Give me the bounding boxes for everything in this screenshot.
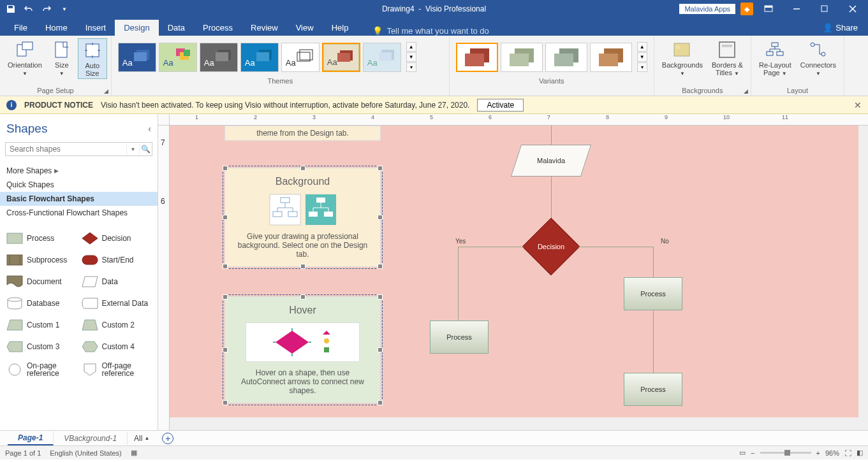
tab-design[interactable]: Design <box>115 20 158 36</box>
undo-icon[interactable] <box>22 2 36 16</box>
shape-custom4[interactable]: Custom 4 <box>80 338 153 355</box>
flow-connector[interactable] <box>458 247 524 247</box>
shape-external-data[interactable]: External Data <box>80 295 153 312</box>
zoom-out-icon[interactable]: − <box>751 449 754 457</box>
gallery-more-icon[interactable]: ▾ <box>637 62 647 72</box>
variant-swatch[interactable] <box>590 43 632 72</box>
fit-page-icon[interactable]: ⛶ <box>844 449 851 457</box>
gallery-down-icon[interactable]: ▼ <box>406 52 416 62</box>
drawing-page[interactable]: theme from the Design tab. Background Gi… <box>170 126 858 417</box>
tab-help[interactable]: Help <box>323 20 358 36</box>
theme-swatch[interactable]: Aa <box>240 43 279 72</box>
zoom-slider[interactable] <box>760 452 811 454</box>
shape-document[interactable]: Document <box>5 273 78 290</box>
shape-custom3[interactable]: Custom 3 <box>5 338 78 355</box>
borders-titles-button[interactable]: Borders & Titles ▼ <box>708 38 747 78</box>
backgrounds-button[interactable]: Backgrounds▼ <box>658 38 707 78</box>
flow-node-data[interactable]: Malavida <box>516 145 586 177</box>
theme-swatch[interactable]: Aa <box>281 43 320 72</box>
redo-icon[interactable] <box>40 2 54 16</box>
more-shapes[interactable]: More Shapes ▶ <box>0 164 158 178</box>
shape-startend[interactable]: Start/End <box>80 252 153 268</box>
connectors-button[interactable]: Connectors▼ <box>797 38 840 78</box>
close-icon[interactable] <box>840 0 865 18</box>
shape-subprocess[interactable]: Subprocess <box>5 252 78 268</box>
search-dropdown-icon[interactable]: ▼ <box>126 143 139 155</box>
relayout-button[interactable]: Re-Layout Page ▼ <box>755 38 795 78</box>
shape-onpage-ref[interactable]: On-page reference <box>5 360 78 379</box>
share-button[interactable]: 👤Share <box>813 20 868 36</box>
tab-home[interactable]: Home <box>36 20 77 36</box>
flow-connector[interactable] <box>458 247 459 321</box>
page-tab-vbackground[interactable]: VBackground-1 <box>54 432 128 445</box>
shape-data[interactable]: Data <box>80 273 153 290</box>
shape-decision[interactable]: Decision <box>80 230 153 247</box>
flow-node-process[interactable]: Process <box>624 277 682 310</box>
minimize-icon[interactable] <box>784 0 809 18</box>
canvas-viewport[interactable]: theme from the Design tab. Background Gi… <box>170 126 868 430</box>
close-notice-icon[interactable]: ✕ <box>854 100 862 110</box>
add-page-button[interactable]: + <box>162 433 173 444</box>
gallery-up-icon[interactable]: ▲ <box>637 42 647 52</box>
size-button[interactable]: Size▼ <box>47 38 77 78</box>
switch-windows-icon[interactable]: ◧ <box>857 449 863 457</box>
flow-connector[interactable] <box>578 247 654 247</box>
shape-custom1[interactable]: Custom 1 <box>5 317 78 333</box>
help-card-theme[interactable]: theme from the Design tab. <box>224 126 381 141</box>
shape-custom2[interactable]: Custom 2 <box>80 317 153 333</box>
user-name[interactable]: Malavida Apps <box>679 4 735 14</box>
gallery-down-icon[interactable]: ▼ <box>637 52 647 62</box>
quick-shapes[interactable]: Quick Shapes <box>0 178 158 192</box>
macro-record-icon[interactable]: ▦ <box>131 449 137 457</box>
page-setup-launcher-icon[interactable]: ◢ <box>104 88 108 94</box>
autosize-button[interactable]: Auto Size <box>78 38 107 79</box>
activate-button[interactable]: Activate <box>477 99 524 112</box>
maximize-icon[interactable] <box>812 0 837 18</box>
theme-swatch[interactable]: Aa <box>363 43 401 72</box>
gallery-up-icon[interactable]: ▲ <box>406 42 416 52</box>
presentation-mode-icon[interactable]: ▭ <box>739 449 746 457</box>
flow-connector[interactable] <box>653 247 654 277</box>
shape-process[interactable]: Process <box>5 230 78 247</box>
tab-data[interactable]: Data <box>159 20 194 36</box>
save-icon[interactable] <box>4 2 18 16</box>
flow-node-process[interactable]: Process <box>624 373 682 406</box>
page-tab-1[interactable]: Page-1 <box>8 431 54 445</box>
flow-connector[interactable] <box>551 126 552 145</box>
tell-me-search[interactable]: 💡Tell me what you want to do <box>372 26 489 36</box>
tab-review[interactable]: Review <box>242 20 287 36</box>
basic-flowchart-shapes[interactable]: Basic Flowchart Shapes <box>0 192 158 206</box>
theme-swatch[interactable]: Aa <box>322 43 360 72</box>
zoom-level[interactable]: 96% <box>825 449 839 457</box>
tab-process[interactable]: Process <box>194 20 242 36</box>
zoom-in-icon[interactable]: + <box>816 449 820 457</box>
qat-customize-icon[interactable]: ▼ <box>57 2 71 16</box>
flow-node-process[interactable]: Process <box>430 321 489 354</box>
search-input[interactable] <box>6 143 126 155</box>
cross-functional-shapes[interactable]: Cross-Functional Flowchart Shapes <box>0 206 158 220</box>
user-avatar-icon[interactable]: ◆ <box>740 3 753 15</box>
gallery-more-icon[interactable]: ▾ <box>406 62 416 72</box>
theme-swatch[interactable]: Aa <box>118 43 156 72</box>
page-tab-all[interactable]: All▲ <box>128 432 156 445</box>
flow-node-decision[interactable]: Decision <box>522 227 580 266</box>
tab-view[interactable]: View <box>287 20 323 36</box>
orientation-button[interactable]: Orientation▼ <box>4 38 46 78</box>
tab-insert[interactable]: Insert <box>77 20 115 36</box>
status-language[interactable]: English (United States) <box>50 449 122 457</box>
help-card-hover[interactable]: Hover Hover on a shape, then use AutoCon… <box>224 296 381 403</box>
ribbon-display-icon[interactable] <box>756 0 781 18</box>
backgrounds-launcher-icon[interactable]: ◢ <box>744 88 748 94</box>
shape-database[interactable]: Database <box>5 295 78 312</box>
theme-swatch[interactable]: Aa <box>159 43 197 72</box>
tab-file[interactable]: File <box>5 20 36 36</box>
shape-offpage-ref[interactable]: Off-page reference <box>80 360 153 379</box>
help-card-background[interactable]: Background Give your drawing a professio… <box>224 168 381 267</box>
variant-swatch[interactable] <box>456 43 498 72</box>
search-icon[interactable]: 🔍 <box>139 143 152 155</box>
variant-swatch[interactable] <box>501 43 543 72</box>
variant-swatch[interactable] <box>545 43 587 72</box>
flow-connector[interactable] <box>653 310 654 373</box>
theme-swatch[interactable]: Aa <box>200 43 238 72</box>
collapse-pane-icon[interactable]: ‹ <box>148 124 151 134</box>
